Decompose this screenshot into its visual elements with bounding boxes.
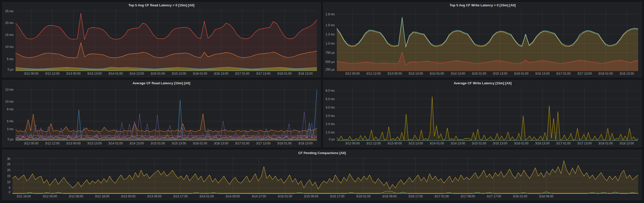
y-tick-label: 2.0 ms	[326, 122, 335, 126]
plot-area[interactable]	[16, 9, 317, 71]
x-tick-label: 3/12 00:00	[37, 195, 63, 198]
x-axis: 3/11 16:003/12 00:003/12 08:003/12 16:00…	[2, 194, 642, 200]
series-line-write-gold	[337, 97, 638, 140]
y-tick-label: 500 µs	[326, 60, 335, 64]
plot-area[interactable]	[337, 9, 638, 71]
plot-area[interactable]	[337, 87, 638, 141]
y-tick-label: 5 ms	[7, 119, 13, 123]
y-tick-label: 6.0 ms	[326, 89, 335, 92]
x-tick-label: 3/13 17:00	[168, 195, 193, 198]
y-tick-label: 1.3 ms	[326, 33, 335, 36]
y-axis: 13 ms10 ms8 ms5 ms3 ms0 µs	[2, 87, 16, 141]
x-axis: 3/12 00:003/12 12:003/13 00:003/13 13:00…	[2, 141, 320, 147]
x-tick-label: 3/12 16:00	[89, 195, 115, 198]
y-tick-label: 15	[7, 174, 10, 178]
y-tick-label: 3.0 ms	[326, 114, 335, 118]
avg-read-latency-chart: 13 ms10 ms8 ms5 ms3 ms0 µs	[2, 86, 320, 141]
pending-compactions-chart: 302520151050	[2, 156, 642, 194]
x-tick-label: 3/16 09:00	[377, 195, 402, 198]
panel-title[interactable]: Top 5 Avg CF Read Latency > 0 [15m] [All…	[2, 2, 320, 8]
y-tick-label: 1.8 ms	[326, 12, 335, 16]
x-tick-label: 3/18 09:00	[534, 195, 559, 198]
panel-title[interactable]: Average CF Write Latency [15m] [All]	[324, 80, 642, 86]
y-tick-label: 15 ms	[5, 33, 13, 37]
panel-title[interactable]: Top 5 Avg CF Write Latency > 0 [15m] [Al…	[324, 2, 642, 8]
panel-title[interactable]: CF Pending Compactions [All]	[2, 150, 642, 156]
y-tick-label: 30	[7, 157, 10, 161]
x-tick-label: 3/16 17:00	[403, 195, 428, 198]
chart-canvas	[16, 87, 317, 141]
y-tick-label: 5.0 ms	[326, 97, 335, 101]
x-axis: 3/12 00:003/12 12:003/13 00:003/13 13:00…	[324, 71, 642, 77]
write-latency-top5-chart: 1.8 ms1.5 ms1.3 ms1.0 ms750 µs500 µs250 …	[324, 8, 642, 71]
y-tick-label: 750 µs	[326, 51, 335, 55]
x-tick-label: 3/18 13:00	[614, 142, 639, 145]
y-tick-label: 20	[7, 168, 10, 172]
y-tick-label: 1.0 ms	[326, 131, 335, 134]
x-tick-label: 3/17 01:00	[429, 195, 454, 198]
dashboard-row-top: Top 5 Avg CF Read Latency > 0 [15m] [All…	[2, 2, 642, 77]
plot-area[interactable]	[12, 157, 638, 194]
y-tick-label: 1.0 ms	[326, 42, 335, 45]
x-tick-label: 3/16 01:00	[351, 195, 376, 198]
y-tick-label: 25 ms	[5, 9, 13, 13]
x-tick-label: 3/15 17:00	[325, 195, 350, 198]
y-tick-label: 8 ms	[7, 107, 13, 111]
x-tick-label: 3/15 09:00	[298, 195, 324, 198]
y-axis: 1.8 ms1.5 ms1.3 ms1.0 ms750 µs500 µs250 …	[324, 9, 337, 71]
x-axis: 3/12 00:003/12 12:003/13 00:003/13 13:00…	[324, 141, 642, 147]
x-tick-label: 3/15 01:00	[272, 195, 298, 198]
x-tick-label: 3/18 13:00	[293, 72, 318, 75]
chart-canvas	[12, 157, 638, 194]
x-axis: 3/12 00:003/12 12:003/13 00:003/13 13:00…	[2, 71, 320, 77]
x-tick-label: 3/12 08:00	[63, 195, 89, 198]
x-tick-label: 3/14 09:00	[220, 195, 245, 198]
dashboard-row-bottom: CF Pending Compactions [All] 30252015105…	[2, 150, 642, 200]
y-tick-label: 0	[9, 191, 10, 194]
x-tick-label: 3/18 01:00	[507, 195, 533, 198]
panel-pending-compactions: CF Pending Compactions [All] 30252015105…	[2, 150, 642, 200]
dashboard-row-middle: Average CF Read Latency [15m] [All] 13 m…	[2, 80, 642, 147]
avg-write-latency-chart: 6.0 ms5.0 ms4.0 ms3.0 ms2.0 ms1.0 ms0 µs	[324, 86, 642, 141]
y-tick-label: 5	[9, 186, 10, 190]
dashboard: Top 5 Avg CF Read Latency > 0 [15m] [All…	[0, 0, 644, 203]
y-axis: 25 ms20 ms15 ms10 ms5 ms0 µs	[2, 9, 16, 71]
y-tick-label: 0 µs	[8, 68, 13, 71]
y-tick-label: 20 ms	[5, 21, 13, 25]
y-tick-label: 5 ms	[7, 57, 13, 61]
y-tick-label: 10	[7, 180, 10, 184]
x-tick-label: 3/17 09:00	[455, 195, 481, 198]
chart-canvas	[337, 9, 638, 71]
y-tick-label: 0 µs	[8, 138, 13, 141]
y-tick-label: 0 µs	[329, 138, 335, 141]
y-tick-label: 4.0 ms	[326, 106, 335, 109]
y-tick-label: 3 ms	[7, 127, 13, 131]
series-fill-write-gold	[337, 97, 638, 141]
panel-top5-write-latency: Top 5 Avg CF Write Latency > 0 [15m] [Al…	[323, 2, 642, 77]
x-tick-label: 3/18 13:00	[614, 72, 639, 75]
y-tick-label: 1.5 ms	[326, 23, 335, 27]
x-tick-label: 3/13 00:00	[116, 195, 141, 198]
panel-avg-write-latency: Average CF Write Latency [15m] [All] 6.0…	[323, 80, 642, 147]
panel-avg-read-latency: Average CF Read Latency [15m] [All] 13 m…	[2, 80, 321, 147]
y-axis: 6.0 ms5.0 ms4.0 ms3.0 ms2.0 ms1.0 ms0 µs	[324, 87, 337, 141]
read-latency-top5-chart: 25 ms20 ms15 ms10 ms5 ms0 µs	[2, 8, 320, 71]
panel-title[interactable]: Average CF Read Latency [15m] [All]	[2, 80, 320, 86]
x-tick-label: 3/14 01:00	[194, 195, 219, 198]
y-axis: 302520151050	[2, 157, 12, 194]
x-tick-label: 3/13 09:00	[142, 195, 167, 198]
y-tick-label: 250 µs	[326, 68, 335, 71]
series-fill-pending-compactions	[12, 161, 638, 194]
x-tick-label: 3/14 17:00	[246, 195, 272, 198]
chart-canvas	[337, 87, 638, 141]
x-tick-label: 3/17 17:00	[481, 195, 507, 198]
y-tick-label: 10 ms	[5, 45, 13, 49]
x-tick-label: 3/18 13:00	[293, 142, 318, 145]
plot-area[interactable]	[16, 87, 317, 141]
chart-canvas	[16, 9, 317, 71]
y-tick-label: 13 ms	[5, 88, 13, 91]
panel-top5-read-latency: Top 5 Avg CF Read Latency > 0 [15m] [All…	[2, 2, 321, 77]
y-tick-label: 25	[7, 163, 10, 166]
y-tick-label: 10 ms	[5, 100, 13, 103]
x-tick-label: 3/11 16:00	[11, 195, 36, 198]
